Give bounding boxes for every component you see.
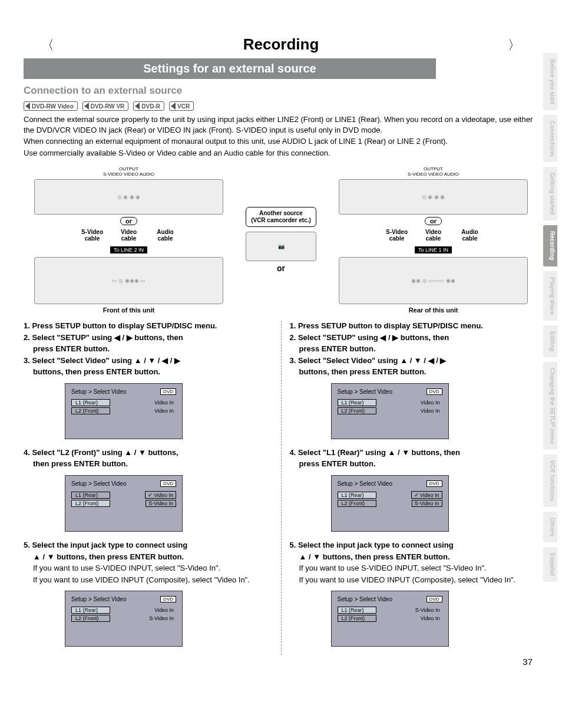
menu-l1-rear: L1 (Rear) xyxy=(71,492,110,499)
source-device-right: ◎ ◉ ◉ ◉ xyxy=(339,179,528,215)
right-column: 1. Press SETUP button to display SETUP/D… xyxy=(281,321,539,655)
tab-setup-menu[interactable]: Changing the SETUP menu xyxy=(543,362,557,450)
menu-l1-rear: L1 (Rear) xyxy=(71,399,110,406)
r-step4b: press ENTER button. xyxy=(290,459,539,469)
l-step5d: If you want to use VIDEO INPUT (Composit… xyxy=(24,575,273,585)
menu-l1-rear: L1 (Rear) xyxy=(338,492,376,499)
l-step5c: If you want to use S-VIDEO INPUT, select… xyxy=(24,563,273,574)
or-badge-left: or xyxy=(120,217,137,225)
r-step3b: buttons, then press ENTER button. xyxy=(290,367,539,377)
r-step3a: 3. Select "Select Video" using ▲ / ▼ / ◀… xyxy=(290,355,539,366)
menu-l2-val: S-Video In xyxy=(147,615,176,621)
video-cable-label: Video cable xyxy=(114,229,144,242)
l-step3b: buttons, then press ENTER button. xyxy=(24,367,273,377)
menu-l2-front-val: Video In xyxy=(152,408,176,414)
output-label-left: OUTPUT xyxy=(24,166,234,172)
menu-panel-r3: Setup > Select Video DVD L1 (Rear)S-Vide… xyxy=(331,591,449,647)
intro-p1: Connect the external source properly to … xyxy=(24,114,538,135)
r-step2b: press ENTER button. xyxy=(290,344,539,354)
side-tabs: Before you start Connections Getting sta… xyxy=(543,53,557,582)
l-step4a: 4. Select "L2 (Front)" using ▲ / ▼ butto… xyxy=(24,447,273,458)
l-step5a: 5. Select the input jack type to connect… xyxy=(24,540,273,551)
unit-front-image: ▭ ◎ ◉◉◉ ▭ xyxy=(34,257,223,304)
l-step4b: then press ENTER button. xyxy=(24,459,273,469)
diagram-left: OUTPUT S-VIDEO VIDEO AUDIO ◎ ◉ ◉ ◉ or S-… xyxy=(24,166,234,314)
tab-others[interactable]: Others xyxy=(543,512,557,542)
l-step1: 1. Press SETUP button to display SETUP/D… xyxy=(24,321,273,331)
r-step1: 1. Press SETUP button to display SETUP/D… xyxy=(290,321,539,331)
line2-badge: To LINE 2 IN xyxy=(110,246,147,253)
svideo-cable-label: S-Video cable xyxy=(78,229,107,242)
r-step4a: 4. Select "L1 (Rear)" using ▲ / ▼ button… xyxy=(290,447,539,458)
r-step5a: 5. Select the input jack type to connect… xyxy=(290,540,539,551)
menu-l2-val: Video In xyxy=(418,615,442,621)
subheading: Connection to an external source xyxy=(24,85,538,97)
line1-badge: To LINE 1 IN xyxy=(415,246,452,253)
unit-rear-image: ◉◉ ◎ ▭▭▭ ◉◉ xyxy=(339,257,528,304)
menu-l2-front: L2 (Front) xyxy=(71,500,110,507)
diagram-caption-right: Rear of this unit xyxy=(328,307,538,314)
connection-diagram: OUTPUT S-VIDEO VIDEO AUDIO ◎ ◉ ◉ ◉ or S-… xyxy=(24,166,538,314)
badge-dvdrw-vr: DVD-RW VR xyxy=(82,101,129,111)
dvd-badge: DVD xyxy=(427,480,442,487)
menu-l1-val: Video In xyxy=(152,607,176,613)
or-badge-right: or xyxy=(425,217,442,225)
r-step2a: 2. Select "SETUP" using ◀ / ▶ buttons, t… xyxy=(290,332,539,343)
menu-l1-rear: L1 (Rear) xyxy=(71,607,110,614)
badge-dvd-r: DVD-R xyxy=(133,101,164,111)
cable-labels-right: S-Video cable Video cable Audio cable xyxy=(328,229,538,242)
tab-vcr-functions[interactable]: VCR functions xyxy=(543,454,557,507)
video-cable-label-r: Video cable xyxy=(419,229,448,242)
menu-l2-val: Video In xyxy=(418,408,442,414)
camcorder-image: 📷 xyxy=(246,232,316,261)
tab-espanol[interactable]: Español xyxy=(543,547,557,582)
l-step3a: 3. Select "Select Video" using ▲ / ▼ / ◀… xyxy=(24,355,273,366)
menu-title-r2: Setup > Select Video xyxy=(338,480,393,487)
menu-l2-front: L2 (Front) xyxy=(338,407,376,414)
tab-before-you-start[interactable]: Before you start xyxy=(543,53,557,110)
diagram-caption-left: Front of this unit xyxy=(24,307,234,314)
menu-l2-front: L2 (Front) xyxy=(71,615,110,622)
format-badges: DVD-RW Video DVD-RW VR DVD-R VCR xyxy=(24,101,538,111)
menu-title-l1: Setup > Select Video xyxy=(71,388,127,395)
menu-l1-val: S-Video In xyxy=(413,607,442,613)
menu-panel-l2: Setup > Select Video DVD L1 (Rear)Video … xyxy=(65,475,183,532)
tab-connections[interactable]: Connections xyxy=(543,115,557,163)
l-step5b: ▲ / ▼ buttons, then press ENTER button. xyxy=(24,552,273,562)
output-label-right: OUTPUT xyxy=(328,166,538,172)
menu-l2-front: L2 (Front) xyxy=(338,615,376,622)
tab-recording[interactable]: Recording xyxy=(543,225,557,266)
badge-vcr: VCR xyxy=(169,101,194,111)
menu-title-l2: Setup > Select Video xyxy=(71,480,127,487)
dvd-badge: DVD xyxy=(160,480,176,487)
l-step2b: press ENTER button. xyxy=(24,344,273,354)
page-title-wrap: 〈 Recording 〉 xyxy=(24,35,538,54)
menu-l1-rear-val: Video In xyxy=(152,400,176,406)
intro-p2: When connecting an external equipment of… xyxy=(24,136,538,147)
intro-p3: Use commercially available S-Video or Vi… xyxy=(24,148,538,159)
menu-panel-r1: Setup > Select Video DVD L1 (Rear)Video … xyxy=(331,383,449,439)
cable-labels-left: S-Video cable Video cable Audio cable xyxy=(24,229,234,242)
source-box-label: Another source (VCR camcorder etc.) xyxy=(246,207,316,227)
menu-title-r3: Setup > Select Video xyxy=(338,596,393,602)
menu-l1-rear: L1 (Rear) xyxy=(338,399,376,406)
svideo-cable-label-r: S-Video cable xyxy=(382,229,412,242)
audio-cable-label-r: Audio cable xyxy=(455,229,485,242)
audio-cable-label: Audio cable xyxy=(151,229,180,242)
source-device-left: ◎ ◉ ◉ ◉ xyxy=(34,179,223,215)
diagram-right: OUTPUT S-VIDEO VIDEO AUDIO ◎ ◉ ◉ ◉ or S-… xyxy=(328,166,538,314)
dvd-badge: DVD xyxy=(160,388,176,395)
instruction-columns: 1. Press SETUP button to display SETUP/D… xyxy=(24,321,538,655)
menu-vin-box: Video In xyxy=(145,491,176,499)
tab-playing-discs[interactable]: Playing discs xyxy=(543,271,557,321)
or-center: or xyxy=(273,263,289,273)
tab-getting-started[interactable]: Getting started xyxy=(543,167,557,220)
dvd-badge: DVD xyxy=(427,596,442,602)
l-step2a: 2. Select "SETUP" using ◀ / ▶ buttons, t… xyxy=(24,332,273,343)
section-banner: Settings for an external source xyxy=(24,58,436,79)
menu-l1-val: Video In xyxy=(418,400,442,406)
menu-title-r1: Setup > Select Video xyxy=(338,388,393,395)
tab-editing[interactable]: Editing xyxy=(543,325,557,357)
page-title: Recording xyxy=(220,35,343,54)
left-column: 1. Press SETUP button to display SETUP/D… xyxy=(24,321,281,655)
